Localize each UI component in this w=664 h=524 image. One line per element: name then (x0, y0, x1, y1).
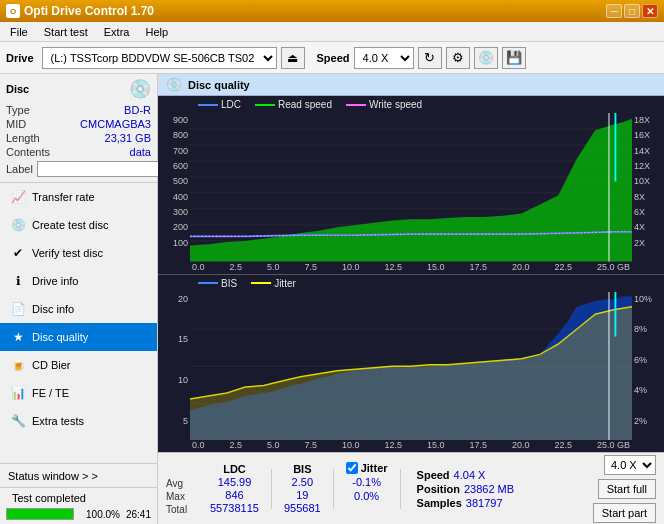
write-speed-legend: Write speed (346, 99, 422, 110)
jitter-label: Jitter (361, 462, 388, 474)
ldc-header: LDC (210, 463, 259, 475)
disc-section-label: Disc (6, 83, 29, 95)
position-value: 23862 MB (464, 483, 514, 495)
drive-select[interactable]: (L:) TSSTcorp BDDVDW SE-506CB TS02 (42, 47, 277, 69)
transfer-rate-icon: 📈 (10, 189, 26, 205)
stats-bar: Avg Max Total LDC 145.99 846 55738115 BI… (158, 452, 664, 524)
title-text: Opti Drive Control 1.70 (24, 4, 154, 18)
maximize-button[interactable]: □ (624, 4, 640, 18)
top-chart-svg (190, 113, 632, 262)
nav-disc-info[interactable]: 📄 Disc info (0, 295, 157, 323)
settings-button[interactable]: ⚙ (446, 47, 470, 69)
menu-extra[interactable]: Extra (98, 24, 136, 40)
svg-marker-8 (190, 119, 632, 262)
type-value: BD-R (124, 104, 151, 116)
app-icon: O (6, 4, 20, 18)
label-key: Label (6, 163, 33, 175)
bis-stats: BIS 2.50 19 955681 (284, 463, 321, 514)
status-footer: Status window > > Test completed 100.0% … (0, 463, 157, 524)
chart-title-bar: 💿 Disc quality (158, 74, 664, 96)
position-label: Position (417, 483, 460, 495)
fe-te-icon: 📊 (10, 385, 26, 401)
chart-area: 💿 Disc quality LDC Read speed Write spee… (158, 74, 664, 524)
extra-tests-icon: 🔧 (10, 413, 26, 429)
speed-label: Speed (317, 52, 350, 64)
mid-label: MID (6, 118, 26, 130)
jitter-legend: Jitter (251, 278, 296, 289)
contents-label: Contents (6, 146, 50, 158)
label-input[interactable] (37, 161, 166, 177)
speed-stat-label: Speed (417, 469, 450, 481)
minimize-button[interactable]: ─ (606, 4, 622, 18)
chart-title-icon: 💿 (166, 77, 182, 92)
bis-avg: 2.50 (284, 476, 321, 488)
disc-quality-icon: ★ (10, 329, 26, 345)
mid-value: CMCMAGBA3 (80, 118, 151, 130)
disc-icon: 💿 (129, 78, 151, 100)
bis-total: 955681 (284, 502, 321, 514)
samples-label: Samples (417, 497, 462, 509)
progress-fill (7, 509, 73, 519)
completed-text: Test completed (6, 492, 92, 504)
nav-verify-test-disc[interactable]: ✔ Verify test disc (0, 239, 157, 267)
length-label: Length (6, 132, 40, 144)
read-speed-legend: Read speed (255, 99, 332, 110)
nav-cd-bier[interactable]: 🍺 CD Bier (0, 351, 157, 379)
nav-fe-te-label: FE / TE (32, 387, 69, 399)
progress-percent: 100.0% (86, 509, 120, 520)
nav-extra-tests-label: Extra tests (32, 415, 84, 427)
length-value: 23,31 GB (105, 132, 151, 144)
ldc-stats: LDC 145.99 846 55738115 (210, 463, 259, 514)
bis-header: BIS (284, 463, 321, 475)
speed-select[interactable]: 4.0 X (354, 47, 414, 69)
drive-info-icon: ℹ (10, 273, 26, 289)
refresh-button[interactable]: ↻ (418, 47, 442, 69)
nav-transfer-rate[interactable]: 📈 Transfer rate (0, 183, 157, 211)
nav-drive-info-label: Drive info (32, 275, 78, 287)
bis-legend: BIS (198, 278, 237, 289)
nav-disc-info-label: Disc info (32, 303, 74, 315)
menu-help[interactable]: Help (139, 24, 174, 40)
bis-max: 19 (284, 489, 321, 501)
nav-transfer-rate-label: Transfer rate (32, 191, 95, 203)
type-label: Type (6, 104, 30, 116)
nav-cd-bier-label: CD Bier (32, 359, 71, 371)
eject-button[interactable]: ⏏ (281, 47, 305, 69)
speed-stat-value: 4.04 X (454, 469, 486, 481)
samples-value: 381797 (466, 497, 503, 509)
menu-start-test[interactable]: Start test (38, 24, 94, 40)
speed-select-stats[interactable]: 4.0 X (604, 455, 656, 475)
bottom-chart-svg (190, 292, 632, 441)
nav-extra-tests[interactable]: 🔧 Extra tests (0, 407, 157, 435)
contents-value: data (130, 146, 151, 158)
ldc-max: 846 (210, 489, 259, 501)
progress-area: Test completed (0, 488, 157, 508)
ldc-total: 55738115 (210, 502, 259, 514)
cd-bier-icon: 🍺 (10, 357, 26, 373)
disc-button[interactable]: 💿 (474, 47, 498, 69)
start-part-button[interactable]: Start part (593, 503, 656, 523)
disc-info-icon: 📄 (10, 301, 26, 317)
nav-verify-test-disc-label: Verify test disc (32, 247, 103, 259)
ldc-avg: 145.99 (210, 476, 259, 488)
progress-bar (6, 508, 74, 520)
nav-disc-quality[interactable]: ★ Disc quality (0, 323, 157, 351)
close-button[interactable]: ✕ (642, 4, 658, 18)
jitter-checkbox[interactable] (346, 462, 358, 474)
drive-label: Drive (6, 52, 34, 64)
menu-file[interactable]: File (4, 24, 34, 40)
start-full-button[interactable]: Start full (598, 479, 656, 499)
nav-disc-quality-label: Disc quality (32, 331, 88, 343)
title-bar: O Opti Drive Control 1.70 ─ □ ✕ (0, 0, 664, 22)
time-text: 26:41 (126, 509, 151, 520)
jitter-max: 0.0% (346, 490, 388, 502)
nav-create-test-disc[interactable]: 💿 Create test disc (0, 211, 157, 239)
main-area: Disc 💿 Type BD-R MID CMCMAGBA3 Length 23… (0, 74, 664, 524)
create-test-disc-icon: 💿 (10, 217, 26, 233)
status-window-button[interactable]: Status window > > (0, 464, 157, 488)
disc-panel: Disc 💿 Type BD-R MID CMCMAGBA3 Length 23… (0, 74, 157, 183)
toolbar: Drive (L:) TSSTcorp BDDVDW SE-506CB TS02… (0, 42, 664, 74)
save-button[interactable]: 💾 (502, 47, 526, 69)
nav-fe-te[interactable]: 📊 FE / TE (0, 379, 157, 407)
nav-drive-info[interactable]: ℹ Drive info (0, 267, 157, 295)
